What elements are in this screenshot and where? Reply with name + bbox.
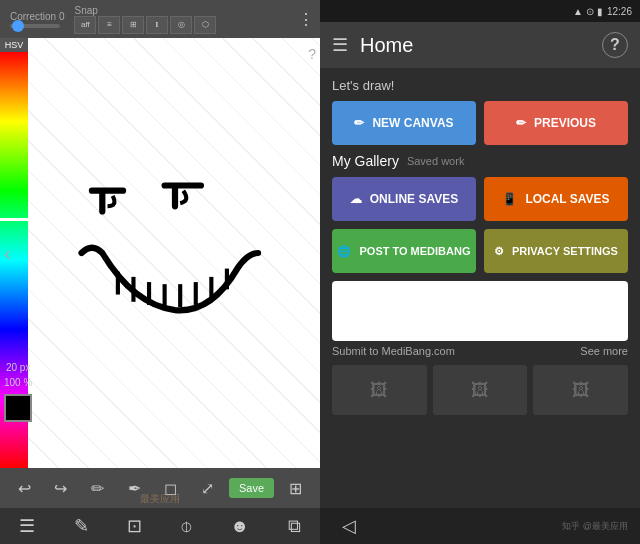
snap-icon-grid[interactable]: ⊞ xyxy=(122,16,144,34)
gallery-thumb-2[interactable]: 🖼 xyxy=(433,365,528,415)
gallery-title: My Gallery xyxy=(332,153,399,169)
saved-work-label: Saved work xyxy=(407,155,464,167)
eraser-tool[interactable]: ◻ xyxy=(156,473,186,503)
post-medibang-button[interactable]: 🌐 POST TO MEDIBANG xyxy=(332,229,476,273)
snap-label: Snap xyxy=(74,5,216,16)
correction-slider[interactable] xyxy=(10,24,60,28)
size-section: 20 px 100 % xyxy=(4,362,32,388)
attribution: 知乎 @最美应用 xyxy=(562,520,628,533)
left-nav-edit[interactable]: ✎ xyxy=(64,511,99,541)
clock: 12:26 xyxy=(607,6,632,17)
nav-bar-right: ◁ 知乎 @最美应用 xyxy=(320,508,640,544)
new-canvas-icon: ✏ xyxy=(354,116,364,130)
app-header: ☰ Home ? xyxy=(320,22,640,68)
submit-label: Submit to MediBang.com xyxy=(332,345,455,357)
gear-icon: ⚙ xyxy=(494,245,504,258)
grid-tool[interactable]: ⊞ xyxy=(281,473,311,503)
post-row: 🌐 POST TO MEDIBANG ⚙ PRIVACY SETTINGS xyxy=(332,229,628,273)
local-saves-button[interactable]: 📱 LOCAL SAVES xyxy=(484,177,628,221)
draw-actions-row: ✏ NEW CANVAS ✏ PREVIOUS xyxy=(332,101,628,145)
gallery-thumb-1[interactable]: 🖼 xyxy=(332,365,427,415)
phone-icon: 📱 xyxy=(502,192,517,206)
slider-thumb xyxy=(12,20,24,32)
left-nav-menu[interactable]: ☰ xyxy=(9,511,45,541)
see-more-link[interactable]: See more xyxy=(580,345,628,357)
app-title: Home xyxy=(360,34,590,57)
gallery-header: My Gallery Saved work xyxy=(332,153,628,169)
online-saves-button[interactable]: ☁ ONLINE SAVES xyxy=(332,177,476,221)
snap-icons: aff ≡ ⊞ ⫿ ◎ ⬡ xyxy=(74,16,216,34)
status-bar: ▲ ⊙ ▮ 12:26 xyxy=(320,0,640,22)
attribution-text: 知乎 @最美应用 xyxy=(562,520,628,533)
right-nav-back[interactable]: ◁ xyxy=(332,511,366,541)
submit-footer: Submit to MediBang.com See more xyxy=(332,345,628,357)
wifi-icon: ⊙ xyxy=(586,6,594,17)
hue-selector xyxy=(0,218,28,221)
nav-right-arrow[interactable]: ? xyxy=(308,46,316,62)
snap-icon-diag[interactable]: ⫿ xyxy=(146,16,168,34)
left-nav-color[interactable]: ☻ xyxy=(220,512,259,541)
toolbar-top: Correction 0 Snap aff ≡ ⊞ ⫿ ◎ ⬡ ⋮ xyxy=(0,0,320,38)
gallery-thumb-3[interactable]: 🖼 xyxy=(533,365,628,415)
previous-button[interactable]: ✏ PREVIOUS xyxy=(484,101,628,145)
gallery-row: 🖼 🖼 🖼 xyxy=(332,365,628,415)
snap-icon-text[interactable]: aff xyxy=(74,16,96,34)
left-nav-history[interactable]: ⊡ xyxy=(117,511,152,541)
eyedropper-tool[interactable]: ✏ xyxy=(83,473,113,503)
left-nav-layers[interactable]: ⧉ xyxy=(278,512,311,541)
online-saves-label: ONLINE SAVES xyxy=(370,192,458,206)
new-canvas-label: NEW CANVAS xyxy=(372,116,453,130)
drawing-canvas[interactable] xyxy=(40,58,310,448)
snap-icon-circ[interactable]: ◎ xyxy=(170,16,192,34)
battery-icon: ▮ xyxy=(597,6,603,17)
pencil-tool[interactable]: ✒ xyxy=(119,473,149,503)
more-options-icon[interactable]: ⋮ xyxy=(298,10,314,29)
saves-row: ☁ ONLINE SAVES 📱 LOCAL SAVES xyxy=(332,177,628,221)
hamburger-menu[interactable]: ☰ xyxy=(332,34,348,56)
color-swatch[interactable] xyxy=(4,394,32,422)
post-medibang-label: POST TO MEDIBANG xyxy=(359,245,470,257)
help-icon[interactable]: ? xyxy=(602,32,628,58)
cloud-icon: ☁ xyxy=(350,192,362,206)
right-panel: ▲ ⊙ ▮ 12:26 ☰ Home ? Let's draw! ✏ NEW C… xyxy=(320,0,640,544)
snap-icon-h[interactable]: ≡ xyxy=(98,16,120,34)
globe-icon: 🌐 xyxy=(337,245,351,258)
transform-tool[interactable]: ⤢ xyxy=(192,473,222,503)
submit-section: Submit to MediBang.com See more xyxy=(332,281,628,357)
opacity-label: 100 % xyxy=(4,377,32,388)
previous-icon: ✏ xyxy=(516,116,526,130)
undo-tool[interactable]: ↩ xyxy=(9,473,39,503)
left-nav-brush[interactable]: ⌽ xyxy=(171,512,202,541)
privacy-settings-label: PRIVACY SETTINGS xyxy=(512,245,618,257)
privacy-settings-button[interactable]: ⚙ PRIVACY SETTINGS xyxy=(484,229,628,273)
bottom-toolbar: ↩ ↪ ✏ ✒ ◻ ⤢ Save ⊞ xyxy=(0,468,320,508)
save-button[interactable]: Save xyxy=(229,478,274,498)
lets-draw-label: Let's draw! xyxy=(332,78,628,93)
new-canvas-button[interactable]: ✏ NEW CANVAS xyxy=(332,101,476,145)
snap-icon-ellipse[interactable]: ⬡ xyxy=(194,16,216,34)
left-panel: Correction 0 Snap aff ≡ ⊞ ⫿ ◎ ⬡ ⋮ ‹ ? HS… xyxy=(0,0,320,544)
brush-size-label: 20 px xyxy=(4,362,32,373)
nav-bar-left: ☰ ✎ ⊡ ⌽ ☻ ⧉ xyxy=(0,508,320,544)
home-content: Let's draw! ✏ NEW CANVAS ✏ PREVIOUS My G… xyxy=(320,68,640,508)
status-icons: ▲ ⊙ ▮ xyxy=(573,6,603,17)
local-saves-label: LOCAL SAVES xyxy=(525,192,609,206)
hsv-label: HSV xyxy=(0,38,28,52)
snap-section: Snap aff ≡ ⊞ ⫿ ◎ ⬡ xyxy=(74,5,216,34)
nav-left-arrow[interactable]: ‹ xyxy=(4,242,11,265)
canvas-area[interactable]: ‹ ? HSV xyxy=(0,38,320,468)
redo-tool[interactable]: ↪ xyxy=(46,473,76,503)
submit-canvas xyxy=(332,281,628,341)
correction-section: Correction 0 xyxy=(10,11,64,28)
previous-label: PREVIOUS xyxy=(534,116,596,130)
signal-icon: ▲ xyxy=(573,6,583,17)
